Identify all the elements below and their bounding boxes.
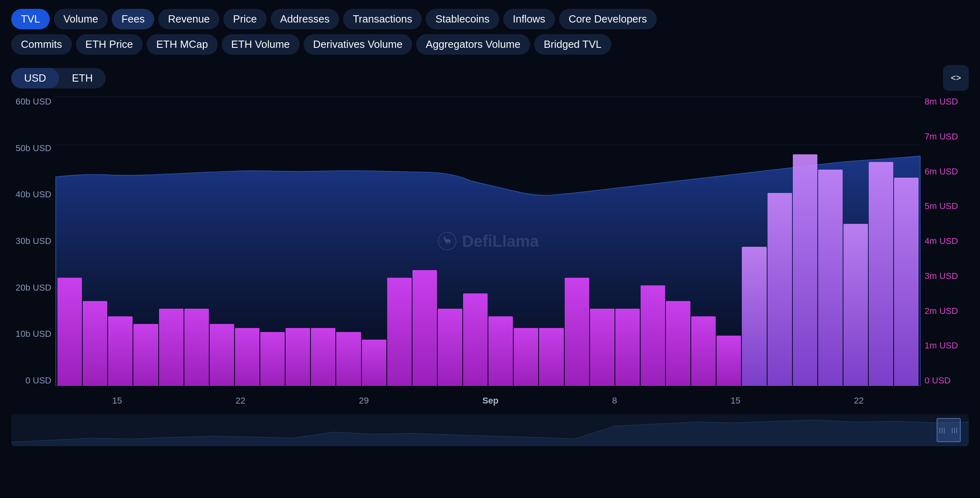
chart-bar[interactable] (818, 170, 843, 386)
x-axis-label: 22 (236, 396, 245, 406)
embed-icon: <> (951, 73, 961, 83)
y-label-left: 30b USD (16, 236, 51, 246)
chart-bar[interactable] (438, 309, 462, 386)
scrollbar-container[interactable] (11, 414, 969, 446)
chart-bar[interactable] (539, 328, 564, 386)
x-axis-label: 15 (731, 396, 740, 406)
chart-bar[interactable] (184, 309, 209, 386)
nav-btn-price[interactable]: Price (223, 9, 266, 29)
y-label-right: 1m USD (925, 340, 958, 351)
chart-bar[interactable] (412, 270, 437, 386)
chart-bar[interactable] (666, 301, 690, 386)
chart-bar[interactable] (336, 332, 361, 386)
y-label-left: 10b USD (16, 329, 51, 339)
chart-bar[interactable] (717, 336, 741, 386)
chart-bar[interactable] (869, 162, 893, 386)
y-label-right: 4m USD (925, 236, 958, 246)
chart-bar[interactable] (641, 285, 665, 386)
minimap-chart (11, 414, 969, 446)
chart-bar[interactable] (843, 224, 868, 386)
nav-btn-bridged-tvl[interactable]: Bridged TVL (534, 34, 611, 55)
chart-bar[interactable] (590, 309, 615, 386)
x-axis-label: 29 (359, 396, 369, 406)
x-axis-label: 15 (112, 396, 122, 406)
chart-bar[interactable] (463, 293, 488, 386)
chart-bar[interactable] (260, 332, 285, 386)
top-nav: TVLVolumeFeesRevenuePriceAddressesTransa… (0, 0, 980, 34)
chart-bar[interactable] (488, 316, 513, 386)
nav-btn-derivatives-volume[interactable]: Derivatives Volume (304, 34, 412, 55)
usd-button[interactable]: USD (11, 68, 59, 88)
chart-bar[interactable] (210, 324, 234, 386)
second-nav: CommitsETH PriceETH MCapETH VolumeDeriva… (0, 34, 980, 62)
chart-bar[interactable] (768, 193, 792, 386)
nav-btn-core-developers[interactable]: Core Developers (559, 9, 657, 29)
chart-bar[interactable] (742, 247, 766, 386)
chart-bar[interactable] (159, 309, 184, 386)
chart-bar[interactable] (387, 278, 412, 386)
chart-bar[interactable] (311, 328, 335, 386)
svg-text:🦙: 🦙 (442, 236, 452, 245)
nav-btn-eth-mcap[interactable]: ETH MCap (147, 34, 218, 55)
chart-bar[interactable] (362, 340, 386, 386)
scrollbar-handle[interactable] (937, 418, 961, 442)
y-label-right: 8m USD (925, 96, 958, 107)
y-label-left: 50b USD (16, 143, 51, 154)
y-label-right: 2m USD (925, 306, 958, 316)
y-label-right: 0 USD (925, 375, 951, 386)
nav-btn-tvl[interactable]: TVL (11, 9, 50, 29)
y-axis-right: 8m USD7m USD6m USD5m USD4m USD3m USD2m U… (921, 96, 969, 386)
svg-marker-2 (11, 420, 969, 446)
chart-bar[interactable] (235, 328, 259, 386)
nav-btn-eth-price[interactable]: ETH Price (76, 34, 143, 55)
chart-bar[interactable] (565, 278, 589, 386)
x-axis: 152229Sep81522 (55, 396, 921, 406)
chart-bar[interactable] (793, 154, 817, 386)
y-label-left: 20b USD (16, 283, 51, 293)
chart-area: 🦙 DefiLlama (55, 96, 921, 386)
chart-bar[interactable] (108, 316, 133, 386)
y-label-left: 60b USD (16, 96, 51, 107)
nav-btn-stablecoins[interactable]: Stablecoins (426, 9, 499, 29)
nav-btn-aggregators-volume[interactable]: Aggregators Volume (416, 34, 530, 55)
chart-bar[interactable] (514, 328, 538, 386)
y-label-right: 3m USD (925, 271, 958, 281)
y-label-right: 7m USD (925, 131, 958, 142)
eth-button[interactable]: ETH (59, 68, 106, 88)
nav-btn-commits[interactable]: Commits (11, 34, 72, 55)
currency-row: USD ETH <> (0, 62, 980, 96)
chart-bar[interactable] (286, 328, 310, 386)
chart-bar[interactable] (691, 316, 716, 386)
embed-button[interactable]: <> (943, 65, 969, 91)
x-axis-label: Sep (482, 396, 498, 406)
nav-btn-volume[interactable]: Volume (54, 9, 108, 29)
x-axis-label: 8 (612, 396, 617, 406)
chart-bar[interactable] (83, 301, 107, 386)
nav-btn-inflows[interactable]: Inflows (503, 9, 555, 29)
watermark: 🦙 DefiLlama (437, 231, 539, 251)
chart-container: 60b USD50b USD40b USD30b USD20b USD10b U… (11, 96, 969, 410)
chart-bar[interactable] (615, 309, 640, 386)
y-axis-left: 60b USD50b USD40b USD30b USD20b USD10b U… (11, 96, 55, 386)
chart-bar[interactable] (894, 178, 919, 386)
y-label-right: 5m USD (925, 201, 958, 211)
y-label-left: 0 USD (25, 375, 51, 386)
nav-btn-transactions[interactable]: Transactions (343, 9, 422, 29)
currency-toggle: USD ETH (11, 68, 106, 88)
x-axis-label: 22 (854, 396, 864, 406)
chart-bar[interactable] (133, 324, 158, 386)
y-label-right: 6m USD (925, 166, 958, 177)
chart-bar[interactable] (57, 278, 82, 386)
nav-btn-addresses[interactable]: Addresses (271, 9, 339, 29)
nav-btn-eth-volume[interactable]: ETH Volume (222, 34, 300, 55)
nav-btn-revenue[interactable]: Revenue (158, 9, 219, 29)
nav-btn-fees[interactable]: Fees (112, 9, 154, 29)
y-label-left: 40b USD (16, 189, 51, 200)
